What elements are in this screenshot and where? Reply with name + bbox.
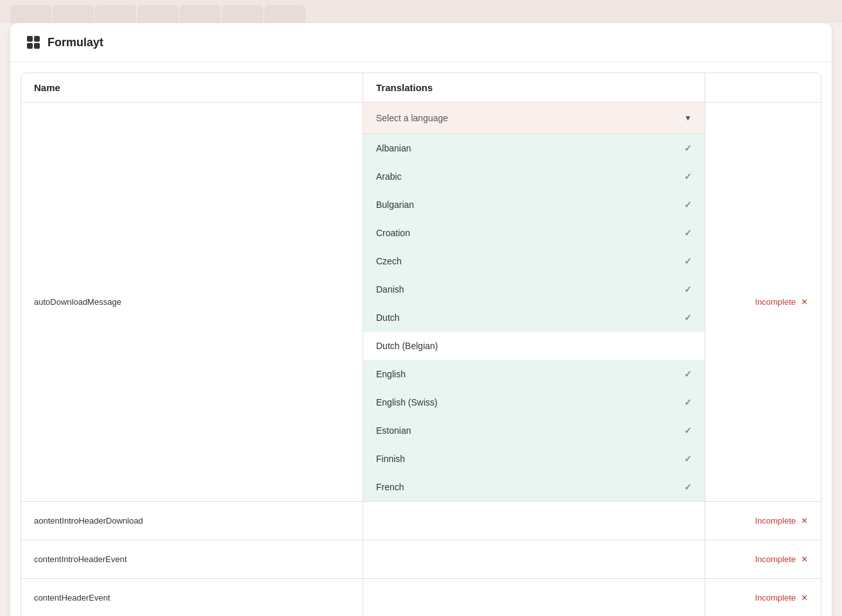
row-1-name-cell: autoDownloadMessage bbox=[21, 103, 363, 501]
remove-row-2-button[interactable]: ✕ bbox=[801, 516, 808, 526]
dropdown-item-english-swiss[interactable]: English (Swiss) ✓ bbox=[363, 388, 705, 416]
language-arabic-label: Arabic bbox=[376, 171, 402, 182]
french-check-icon: ✓ bbox=[684, 482, 692, 492]
table-body: autoDownloadMessage Select a language ▼ … bbox=[21, 103, 821, 616]
row-3-translations-cell[interactable] bbox=[363, 540, 705, 578]
language-danish-label: Danish bbox=[376, 284, 404, 295]
svg-rect-3 bbox=[34, 43, 40, 49]
dropdown-item-finnish[interactable]: Finnish ✓ bbox=[363, 445, 705, 473]
finnish-check-icon: ✓ bbox=[684, 454, 692, 464]
row-1-translations-cell: Select a language ▼ Albanian ✓ Arabic bbox=[363, 103, 705, 501]
status-badge: Incomplete bbox=[755, 297, 796, 307]
app-container: Formulayt Name Translations autoDownload… bbox=[10, 23, 832, 616]
language-czech-label: Czech bbox=[376, 256, 402, 266]
remove-row-1-button[interactable]: ✕ bbox=[801, 297, 808, 307]
language-dutch-label: Dutch bbox=[376, 312, 400, 323]
svg-rect-2 bbox=[27, 43, 33, 49]
row-2-name-cell: aontentIntroHeaderDownload bbox=[21, 502, 363, 540]
col-header-name: Name bbox=[21, 73, 363, 102]
status-badge: Incomplete bbox=[755, 516, 796, 526]
row-2-translations-cell[interactable] bbox=[363, 502, 705, 540]
translations-table: Name Translations autoDownloadMessage Se… bbox=[21, 73, 821, 616]
top-tab-7[interactable] bbox=[264, 5, 305, 23]
language-dutch-belgian-label: Dutch (Belgian) bbox=[376, 341, 438, 351]
dropdown-item-french[interactable]: French ✓ bbox=[363, 473, 705, 501]
language-dropdown-wrapper: Select a language ▼ Albanian ✓ Arabic bbox=[363, 103, 705, 501]
row-2-name: aontentIntroHeaderDownload bbox=[34, 516, 143, 526]
language-french-label: French bbox=[376, 482, 404, 492]
dropdown-placeholder: Select a language bbox=[376, 113, 448, 123]
language-dropdown-trigger[interactable]: Select a language ▼ bbox=[363, 103, 705, 134]
top-tab-5[interactable] bbox=[180, 5, 221, 23]
table-row: autoDownloadMessage Select a language ▼ … bbox=[21, 103, 821, 502]
row-3-status-cell: Incomplete ✕ bbox=[705, 540, 821, 578]
language-finnish-label: Finnish bbox=[376, 454, 405, 464]
dropdown-item-arabic[interactable]: Arabic ✓ bbox=[363, 162, 705, 191]
top-tab-4[interactable] bbox=[137, 5, 178, 23]
language-bulgarian-label: Bulgarian bbox=[376, 200, 414, 210]
table-header: Name Translations bbox=[21, 73, 821, 103]
bulgarian-check-icon: ✓ bbox=[684, 200, 692, 210]
dropdown-item-danish[interactable]: Danish ✓ bbox=[363, 275, 705, 304]
albanian-check-icon: ✓ bbox=[684, 143, 692, 153]
table-row: contentIntroHeaderEvent Incomplete ✕ bbox=[21, 540, 821, 579]
english-check-icon: ✓ bbox=[684, 369, 692, 379]
dutch-check-icon: ✓ bbox=[684, 312, 692, 323]
top-tab-2[interactable] bbox=[53, 5, 94, 23]
status-badge: Incomplete bbox=[755, 554, 796, 564]
estonian-check-icon: ✓ bbox=[684, 425, 692, 436]
croation-check-icon: ✓ bbox=[684, 228, 692, 238]
czech-check-icon: ✓ bbox=[684, 256, 692, 266]
dropdown-item-czech[interactable]: Czech ✓ bbox=[363, 247, 705, 275]
language-english-label: English bbox=[376, 369, 406, 379]
row-1-status-cell: Incomplete ✕ bbox=[705, 103, 821, 501]
dropdown-list: Albanian ✓ Arabic ✓ Bulgarian ✓ bbox=[363, 134, 705, 501]
danish-check-icon: ✓ bbox=[684, 284, 692, 295]
dropdown-item-bulgarian[interactable]: Bulgarian ✓ bbox=[363, 191, 705, 219]
language-croation-label: Croation bbox=[376, 228, 410, 238]
dropdown-arrow-icon: ▼ bbox=[684, 114, 692, 123]
row-1-name: autoDownloadMessage bbox=[34, 297, 121, 307]
language-estonian-label: Estonian bbox=[376, 425, 411, 436]
remove-row-4-button[interactable]: ✕ bbox=[801, 593, 808, 603]
logo-icon bbox=[26, 35, 41, 50]
row-2-status-cell: Incomplete ✕ bbox=[705, 502, 821, 540]
dropdown-item-estonian[interactable]: Estonian ✓ bbox=[363, 416, 705, 445]
row-4-name-cell: contentHeaderEvent bbox=[21, 579, 363, 616]
remove-row-3-button[interactable]: ✕ bbox=[801, 554, 808, 564]
row-3-name-cell: contentIntroHeaderEvent bbox=[21, 540, 363, 578]
top-tabs-bar bbox=[0, 0, 842, 23]
table-row: aontentIntroHeaderDownload Incomplete ✕ bbox=[21, 502, 821, 540]
language-english-swiss-label: English (Swiss) bbox=[376, 397, 438, 407]
col-header-translations: Translations bbox=[363, 73, 705, 102]
dropdown-item-albanian[interactable]: Albanian ✓ bbox=[363, 134, 705, 162]
row-4-translations-cell[interactable] bbox=[363, 579, 705, 616]
top-tab-6[interactable] bbox=[222, 5, 263, 23]
top-tab-1[interactable] bbox=[10, 5, 51, 23]
arabic-check-icon: ✓ bbox=[684, 171, 692, 182]
status-badge: Incomplete bbox=[755, 593, 796, 603]
top-tab-3[interactable] bbox=[95, 5, 136, 23]
app-header: Formulayt bbox=[10, 23, 832, 62]
svg-rect-0 bbox=[27, 36, 33, 42]
svg-rect-1 bbox=[34, 36, 40, 42]
table-row: contentHeaderEvent Incomplete ✕ bbox=[21, 579, 821, 616]
dropdown-item-dutch[interactable]: Dutch ✓ bbox=[363, 304, 705, 332]
dropdown-item-dutch-belgian[interactable]: Dutch (Belgian) bbox=[363, 332, 705, 360]
dropdown-item-croation[interactable]: Croation ✓ bbox=[363, 219, 705, 247]
language-albanian-label: Albanian bbox=[376, 143, 411, 153]
row-3-name: contentIntroHeaderEvent bbox=[34, 554, 127, 564]
row-4-status-cell: Incomplete ✕ bbox=[705, 579, 821, 616]
english-swiss-check-icon: ✓ bbox=[684, 397, 692, 407]
col-header-status bbox=[705, 73, 821, 102]
row-4-name: contentHeaderEvent bbox=[34, 593, 110, 603]
app-title: Formulayt bbox=[47, 36, 103, 49]
dropdown-item-english[interactable]: English ✓ bbox=[363, 360, 705, 388]
